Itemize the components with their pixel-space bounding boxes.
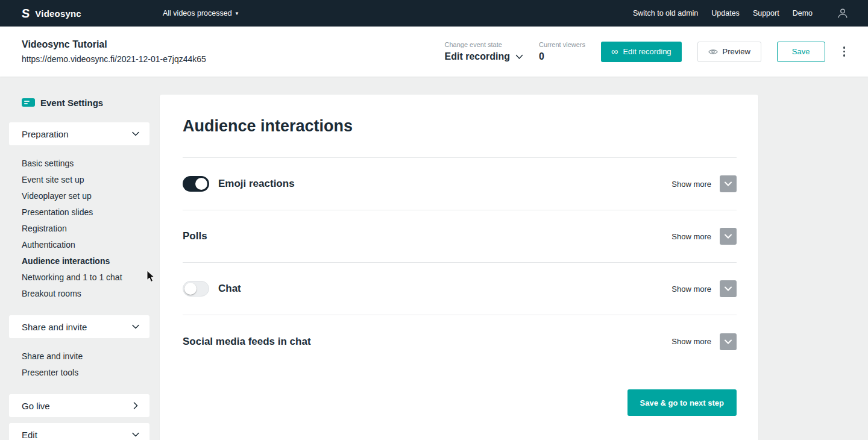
link-switch-old-admin[interactable]: Switch to old admin (633, 9, 698, 17)
event-state-dropdown[interactable]: Edit recording (445, 51, 523, 62)
show-more-link[interactable]: Show more (671, 180, 711, 189)
sidebar-item-basic-settings[interactable]: Basic settings (22, 156, 149, 172)
feature-row-polls: Polls Show more (183, 210, 737, 263)
link-updates[interactable]: Updates (711, 9, 740, 17)
preview-button-label: Preview (723, 47, 750, 56)
videos-processed-label: All videos processed (163, 9, 232, 17)
videosync-logo-icon: S (21, 7, 30, 19)
go-live-label: Go live (22, 401, 50, 411)
edit-recording-button-label: Edit recording (623, 47, 671, 56)
recording-link-icon: ∞ (611, 47, 618, 57)
event-state-label: Change event state (445, 41, 523, 48)
chevron-down-icon (515, 54, 523, 60)
save-and-next-step-button[interactable]: Save & go to next step (627, 389, 737, 416)
current-viewers-label: Current viewers (539, 41, 585, 48)
show-more-link[interactable]: Show more (671, 337, 711, 346)
link-demo[interactable]: Demo (793, 9, 813, 17)
current-viewers-count: 0 (539, 51, 585, 62)
sidebar-section-preparation[interactable]: Preparation (9, 122, 149, 145)
topbar: S Videosync All videos processed ▾ Switc… (0, 0, 868, 27)
preparation-label: Preparation (22, 129, 69, 139)
edit-label: Edit (22, 430, 37, 440)
chevron-right-icon (133, 402, 138, 409)
event-title: Videosync Tutorial (22, 39, 206, 50)
eye-icon (708, 48, 718, 55)
feature-label: Chat (218, 283, 241, 295)
sidebar-item-presentation-slides[interactable]: Presentation slides (22, 204, 149, 221)
expand-row-button[interactable] (720, 228, 737, 245)
chevron-down-icon (132, 131, 139, 136)
audience-interactions-panel: Audience interactions Emoji reactions Sh… (160, 95, 758, 440)
videos-processed-dropdown[interactable]: All videos processed ▾ (163, 9, 238, 17)
preview-button[interactable]: Preview (697, 42, 761, 62)
feature-row-social-media-feeds: Social media feeds in chat Show more (183, 315, 737, 368)
feature-label: Emoji reactions (218, 178, 295, 190)
sidebar-item-event-site-set-up[interactable]: Event site set up (22, 172, 149, 188)
current-viewers-block: Current viewers 0 (539, 41, 585, 62)
sidebar-item-presenter-tools[interactable]: Presenter tools (22, 365, 149, 381)
sidebar-item-videoplayer-set-up[interactable]: Videoplayer set up (22, 188, 149, 204)
event-settings-heading: Event Settings (9, 93, 149, 112)
chat-toggle[interactable] (183, 281, 209, 297)
sidebar-section-edit[interactable]: Edit (9, 423, 149, 440)
preparation-items: Basic settings Event site set up Videopl… (9, 156, 149, 302)
edit-recording-button[interactable]: ∞ Edit recording (601, 42, 682, 62)
sidebar-section-go-live[interactable]: Go live (9, 394, 149, 417)
event-state-block: Change event state Edit recording (445, 41, 523, 62)
show-more-link[interactable]: Show more (671, 284, 711, 294)
event-header: Videosync Tutorial https://demo.videosyn… (0, 27, 868, 77)
sidebar-item-registration[interactable]: Registration (22, 221, 149, 237)
show-more-link[interactable]: Show more (671, 232, 711, 241)
sidebar-item-audience-interactions[interactable]: Audience interactions (22, 253, 149, 269)
sidebar-item-breakout-rooms[interactable]: Breakout rooms (22, 286, 149, 302)
feature-row-emoji-reactions: Emoji reactions Show more (183, 158, 737, 210)
page-title: Audience interactions (183, 95, 737, 136)
sidebar-section-share-and-invite[interactable]: Share and invite (9, 315, 149, 338)
expand-row-button[interactable] (720, 175, 737, 192)
chevron-down-icon (132, 432, 139, 437)
caret-down-icon: ▾ (236, 11, 239, 16)
event-url[interactable]: https://demo.videosync.fi/2021-12-01-e7j… (22, 54, 206, 64)
share-and-invite-items: Share and invite Presenter tools (9, 348, 149, 381)
feature-label: Polls (183, 230, 207, 242)
event-info: Videosync Tutorial https://demo.videosyn… (22, 39, 206, 64)
expand-row-button[interactable] (720, 333, 737, 350)
event-state-value: Edit recording (445, 51, 510, 62)
sidebar: Event Settings Preparation Basic setting… (9, 93, 149, 440)
emoji-reactions-toggle[interactable] (183, 176, 209, 192)
chevron-down-icon (132, 324, 139, 329)
expand-row-button[interactable] (720, 280, 737, 297)
share-and-invite-label: Share and invite (22, 322, 87, 332)
brand[interactable]: S Videosync (22, 7, 81, 19)
link-support[interactable]: Support (753, 9, 779, 17)
sidebar-item-authentication[interactable]: Authentication (22, 237, 149, 253)
sidebar-item-networking-1to1-chat[interactable]: Networking and 1 to 1 chat (22, 269, 149, 286)
feature-row-chat: Chat Show more (183, 263, 737, 315)
event-settings-heading-label: Event Settings (40, 98, 103, 108)
save-button[interactable]: Save (777, 42, 825, 62)
event-settings-icon (22, 98, 35, 107)
sidebar-item-share-and-invite[interactable]: Share and invite (22, 348, 149, 365)
user-account-icon[interactable] (837, 7, 849, 19)
feature-label: Social media feeds in chat (183, 336, 311, 348)
topbar-links: Switch to old admin Updates Support Demo (633, 9, 813, 17)
save-button-label: Save (792, 47, 810, 56)
more-options-kebab-icon[interactable] (841, 44, 848, 59)
brand-name: Videosync (35, 8, 81, 19)
